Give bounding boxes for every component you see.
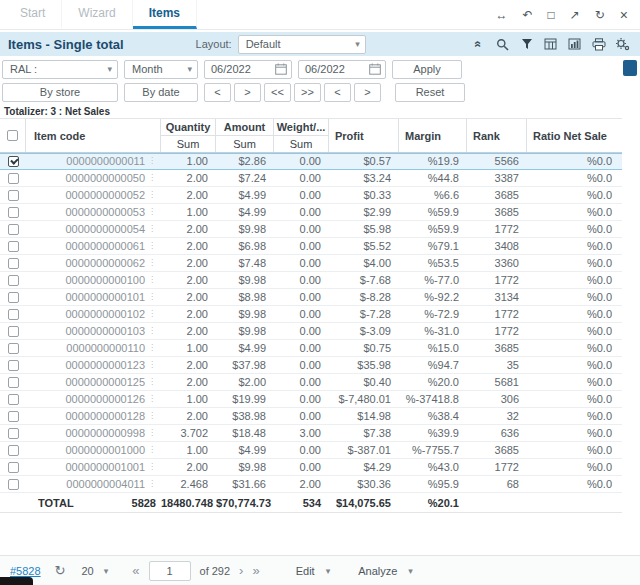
group-select[interactable]: RAL : ▾: [2, 60, 118, 79]
row-checkbox[interactable]: [8, 190, 19, 201]
header-rank[interactable]: Rank: [467, 119, 527, 152]
table-row[interactable]: 0000000000101 ⋮ 2.00 $8.98 0.00 $-8.28 %…: [0, 289, 622, 306]
row-menu-icon[interactable]: ⋮: [148, 276, 156, 284]
row-menu-icon[interactable]: ⋮: [148, 242, 156, 250]
header-profit[interactable]: Profit: [329, 119, 399, 152]
print-icon[interactable]: [591, 37, 606, 52]
table-row[interactable]: 0000000000125 ⋮ 2.00 $2.00 0.00 $0.40 %2…: [0, 374, 622, 391]
header-ratio-net-sale[interactable]: Ratio Net Sale: [527, 119, 622, 152]
range-forward-button[interactable]: >: [354, 83, 381, 102]
row-checkbox[interactable]: [8, 241, 19, 252]
header-amount[interactable]: Amount Sum: [216, 119, 274, 152]
table-export-icon[interactable]: [543, 37, 558, 52]
by-store-button[interactable]: By store: [2, 83, 118, 102]
table-row[interactable]: 0000000000062 ⋮ 2.00 $7.48 0.00 $4.00 %5…: [0, 255, 622, 272]
header-margin[interactable]: Margin: [399, 119, 467, 152]
table-row[interactable]: 0000000000053 ⋮ 1.00 $4.99 0.00 $2.99 %5…: [0, 204, 622, 221]
table-row[interactable]: 0000000000128 ⋮ 2.00 $38.98 0.00 $14.98 …: [0, 408, 622, 425]
row-checkbox[interactable]: [8, 207, 19, 218]
row-checkbox[interactable]: [8, 479, 19, 490]
layout-select[interactable]: Default ▾: [238, 35, 366, 54]
row-menu-icon[interactable]: ⋮: [148, 480, 156, 488]
row-checkbox[interactable]: [8, 343, 19, 354]
row-checkbox[interactable]: [8, 411, 19, 422]
row-checkbox[interactable]: [8, 360, 19, 371]
row-checkbox[interactable]: [8, 275, 19, 286]
settings-gears-icon[interactable]: [615, 37, 630, 52]
row-menu-icon[interactable]: ⋮: [148, 293, 156, 301]
chart-export-icon[interactable]: [567, 37, 582, 52]
row-checkbox[interactable]: [8, 309, 19, 320]
row-checkbox[interactable]: [8, 377, 19, 388]
table-row[interactable]: 0000000000061 ⋮ 2.00 $6.98 0.00 $5.52 %7…: [0, 238, 622, 255]
row-menu-icon[interactable]: ⋮: [148, 463, 156, 471]
row-menu-icon[interactable]: ⋮: [148, 191, 156, 199]
tab-items[interactable]: Items: [133, 0, 197, 29]
tab-start[interactable]: Start: [4, 0, 62, 29]
row-checkbox[interactable]: [8, 462, 19, 473]
popout-icon[interactable]: ↗: [570, 9, 580, 21]
table-row[interactable]: 0000000000100 ⋮ 2.00 $9.98 0.00 $-7.68 %…: [0, 272, 622, 289]
last-page-button[interactable]: »: [252, 564, 259, 577]
by-date-button[interactable]: By date: [124, 83, 198, 102]
calendar-icon[interactable]: [369, 63, 385, 75]
next-page-button[interactable]: ›: [239, 564, 243, 577]
period-select[interactable]: Month ▾: [124, 60, 198, 79]
table-row[interactable]: 0000000000050 ⋮ 2.00 $7.24 0.00 $3.24 %4…: [0, 170, 622, 187]
jump-back-button[interactable]: <<: [264, 83, 291, 102]
table-row[interactable]: 0000000000052 ⋮ 2.00 $4.99 0.00 $0.33 %6…: [0, 187, 622, 204]
row-menu-icon[interactable]: ⋮: [148, 327, 156, 335]
table-row[interactable]: 0000000001000 ⋮ 1.00 $4.99 0.00 $-387.01…: [0, 442, 622, 459]
table-row[interactable]: 0000000000110 ⋮ 1.00 $4.99 0.00 $0.75 %1…: [0, 340, 622, 357]
jump-forward-button[interactable]: >>: [294, 83, 321, 102]
row-menu-icon[interactable]: ⋮: [148, 429, 156, 437]
header-weight[interactable]: Weight/... Sum: [274, 119, 329, 152]
calendar-icon[interactable]: [275, 63, 291, 75]
side-panel-icon[interactable]: [623, 60, 637, 76]
page-number-input[interactable]: [149, 561, 191, 581]
step-back-button[interactable]: <: [204, 83, 231, 102]
row-checkbox[interactable]: [8, 258, 19, 269]
table-row[interactable]: 0000000001001 ⋮ 2.00 $9.98 0.00 $4.29 %4…: [0, 459, 622, 476]
row-menu-icon[interactable]: ⋮: [148, 174, 156, 182]
reset-button[interactable]: Reset: [395, 83, 465, 102]
row-checkbox[interactable]: [8, 173, 19, 184]
table-row[interactable]: 0000000000123 ⋮ 2.00 $37.98 0.00 $35.98 …: [0, 357, 622, 374]
refresh-window-icon[interactable]: ↻: [595, 9, 605, 21]
row-checkbox[interactable]: [8, 292, 19, 303]
undo-icon[interactable]: ↶: [522, 9, 532, 21]
record-count-link[interactable]: #5828: [10, 565, 41, 577]
row-menu-icon[interactable]: ⋮: [148, 446, 156, 454]
row-checkbox[interactable]: [8, 428, 19, 439]
table-row[interactable]: 0000000004011 ⋮ 2.468 $31.66 2.00 $30.36…: [0, 476, 622, 493]
first-page-button[interactable]: «: [132, 564, 139, 577]
row-checkbox[interactable]: [8, 445, 19, 456]
edit-menu-button[interactable]: Edit ▾: [296, 565, 331, 577]
table-row[interactable]: 0000000000054 ⋮ 2.00 $9.98 0.00 $5.98 %5…: [0, 221, 622, 238]
row-menu-icon[interactable]: ⋮: [148, 361, 156, 369]
close-icon[interactable]: ×: [620, 8, 628, 22]
table-row[interactable]: 0000000000102 ⋮ 2.00 $9.98 0.00 $-7.28 %…: [0, 306, 622, 323]
range-back-button[interactable]: <: [324, 83, 351, 102]
row-menu-icon[interactable]: ⋮: [148, 310, 156, 318]
row-menu-icon[interactable]: ⋮: [148, 412, 156, 420]
filter-icon[interactable]: [519, 37, 534, 52]
resize-horizontal-icon[interactable]: ↔: [495, 9, 507, 21]
date-to-input[interactable]: [299, 63, 369, 75]
refresh-icon[interactable]: ↻: [55, 564, 66, 577]
apply-button[interactable]: Apply: [392, 60, 462, 79]
step-forward-button[interactable]: >: [234, 83, 261, 102]
row-menu-icon[interactable]: ⋮: [148, 259, 156, 267]
page-size-select[interactable]: 20 ▾: [82, 565, 109, 577]
tab-wizard[interactable]: Wizard: [62, 0, 132, 29]
header-quantity[interactable]: Quantity Sum: [161, 119, 216, 152]
row-checkbox[interactable]: [8, 326, 19, 337]
row-checkbox[interactable]: [8, 394, 19, 405]
maximize-icon[interactable]: □: [547, 9, 554, 21]
table-row[interactable]: 0000000000126 ⋮ 1.00 $19.99 0.00 $-7,480…: [0, 391, 622, 408]
row-menu-icon[interactable]: ⋮: [148, 395, 156, 403]
row-menu-icon[interactable]: ⋮: [148, 157, 156, 165]
table-row[interactable]: 0000000000011 ⋮ 1.00 $2.86 0.00 $0.57 %1…: [0, 153, 622, 170]
row-menu-icon[interactable]: ⋮: [148, 378, 156, 386]
row-checkbox[interactable]: [8, 224, 19, 235]
